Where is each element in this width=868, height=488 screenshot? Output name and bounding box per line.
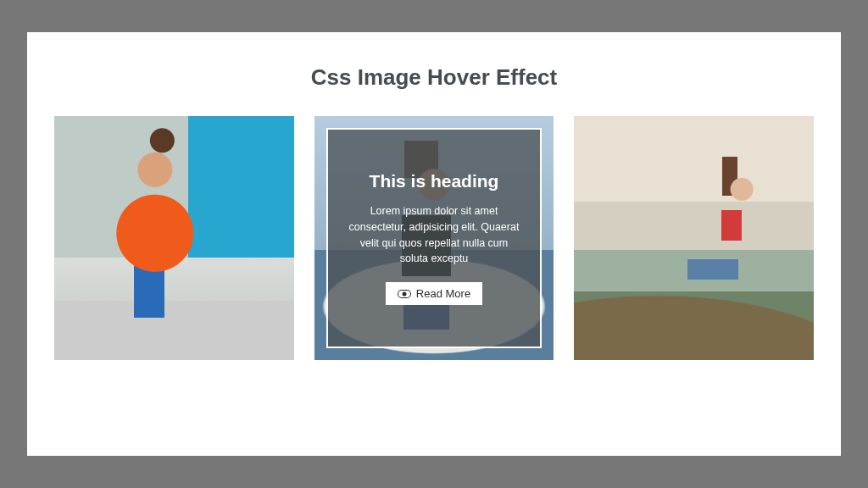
image-card-3[interactable]: [574, 116, 814, 360]
card-row: This is heading Lorem ipsum dolor sit am…: [47, 116, 821, 360]
overlay-body-text: Lorem ipsum dolor sit amet consectetur, …: [345, 203, 524, 267]
image-card-1[interactable]: [54, 116, 294, 360]
image-card-2[interactable]: This is heading Lorem ipsum dolor sit am…: [314, 116, 554, 360]
read-more-button[interactable]: Read More: [386, 282, 482, 305]
read-more-label: Read More: [416, 287, 470, 300]
hover-overlay: This is heading Lorem ipsum dolor sit am…: [326, 128, 542, 348]
card-image-1: [54, 116, 294, 360]
card-image-3: [574, 116, 814, 360]
page-container: Css Image Hover Effect This is heading L…: [27, 32, 841, 456]
page-title: Css Image Hover Effect: [47, 64, 821, 91]
eye-icon: [398, 290, 411, 298]
overlay-heading: This is heading: [370, 171, 499, 191]
